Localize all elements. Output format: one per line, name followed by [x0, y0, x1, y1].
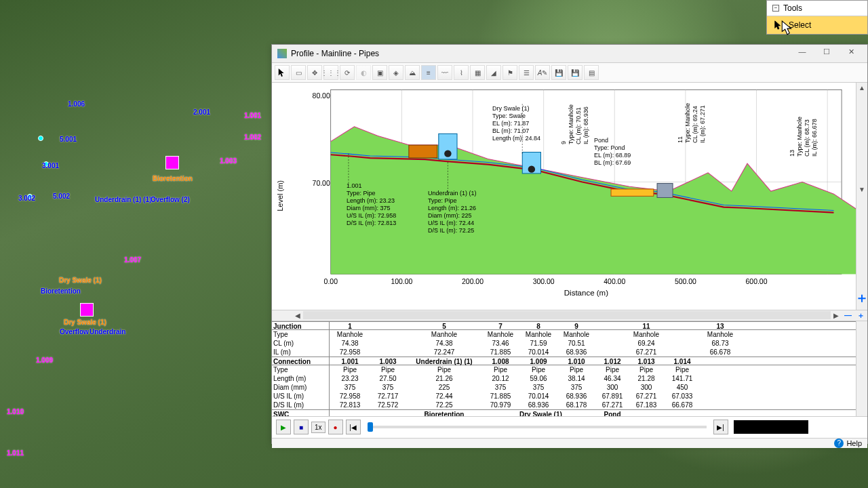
svg-text:600.00: 600.00 — [746, 278, 768, 285]
map-label[interactable]: Underdrain (1) (1) — [95, 196, 151, 203]
hscroll-track[interactable] — [303, 311, 831, 319]
annot-pipe-1001: 1.001Type: PipeLength (m): 23.23Diam (mm… — [347, 182, 396, 227]
map-label[interactable]: Bioretention — [153, 175, 193, 182]
data-table[interactable]: JunctionTypeCL (m)IL (m)ConnectionTypeLe… — [272, 321, 867, 416]
zoom-minus-icon[interactable]: — — [842, 311, 854, 319]
map-label[interactable]: 1.009 — [36, 357, 53, 364]
scroll-right-icon[interactable]: ▶ — [831, 312, 842, 319]
svg-text:300.00: 300.00 — [533, 278, 555, 285]
chart-vscroll[interactable]: ▲ ▼ ＋ — [856, 83, 867, 310]
map-label[interactable]: Overflow (2) — [151, 196, 190, 203]
svg-text:200.00: 200.00 — [462, 278, 484, 285]
annotate-button[interactable]: ◢ — [486, 65, 501, 80]
map-label[interactable]: Dry Swale (1) — [64, 319, 106, 326]
terrain-button[interactable]: ⛰ — [405, 65, 420, 80]
map-node-dryswale[interactable] — [80, 303, 94, 317]
svg-text:100.00: 100.00 — [391, 278, 412, 285]
svg-text:80.00: 80.00 — [313, 92, 330, 100]
map-label[interactable]: Dry Swale (1) — [59, 277, 102, 284]
window-title: Profile - Mainline - Pipes — [291, 49, 794, 58]
chart-ylabel: Level (m) — [272, 180, 288, 211]
tools-panel-header[interactable]: − Tools — [767, 1, 867, 16]
maximize-button[interactable]: ☐ — [818, 47, 835, 60]
map-label[interactable]: 1.007 — [124, 256, 141, 264]
annot-dryswale: Dry Swale (1)Type: SwaleEL (m): 71.87BL … — [492, 105, 540, 142]
map-node-bioretention[interactable] — [165, 156, 179, 169]
speed-label[interactable]: 1x — [311, 422, 326, 433]
help-icon[interactable]: ? — [834, 439, 844, 448]
map-label[interactable]: 1.001 — [244, 112, 261, 119]
profile-window: Profile - Mainline - Pipes — ☐ ✕ ▭ ✥ ⋮⋮⋮… — [271, 44, 868, 444]
profile-toolbar: ▭ ✥ ⋮⋮⋮ ⟳ ◐ ▣ ◈ ⛰ ≡ 〰 ⌇ ▦ ◢ ⚑ ☰ A✎ 💾 💾 ▤ — [272, 63, 867, 83]
annot-underdrain: Underdrain (1) (1)Type: PipeLength (m): … — [428, 190, 477, 235]
properties-button[interactable]: ☰ — [519, 65, 534, 80]
chart-hscroll[interactable]: ◀ ▶ — ＋ — [272, 310, 867, 321]
annot-pond: PondType: PondEL (m): 68.89BL (m): 67.69 — [594, 137, 631, 167]
slider-thumb[interactable] — [368, 422, 373, 432]
window-footer: ? Help — [272, 438, 867, 448]
scroll-down-icon[interactable]: ▼ — [859, 186, 865, 193]
annot-mh9: 9Type: ManholeCL (m): 70.51IL (m): 68.93… — [560, 104, 590, 144]
svg-text:70.00: 70.00 — [313, 180, 330, 187]
table-vscroll[interactable] — [856, 321, 867, 416]
export-button[interactable]: ▤ — [584, 65, 599, 80]
time-display — [734, 420, 808, 434]
map-label[interactable]: Bioretention — [41, 287, 81, 295]
select-tool-button[interactable] — [275, 65, 290, 80]
pan-button[interactable]: ✥ — [307, 65, 322, 80]
svg-text:Distance (m): Distance (m) — [564, 289, 608, 297]
svg-point-11 — [444, 150, 451, 157]
map-label[interactable]: 1.010 — [7, 408, 24, 415]
stop-button[interactable]: ■ — [294, 420, 309, 434]
isometric-button[interactable]: ◈ — [389, 65, 403, 80]
skip-start-button[interactable]: |◀ — [346, 420, 361, 434]
map-label[interactable]: 5.001 — [60, 136, 77, 143]
refresh-button[interactable]: ⟳ — [340, 65, 355, 80]
tools-title: Tools — [783, 3, 802, 13]
zoom-plus-icon[interactable]: ＋ — [854, 287, 868, 308]
text-style-button[interactable]: A✎ — [535, 65, 550, 80]
profile-chart[interactable]: Level (m) — [272, 83, 867, 310]
save-as-button[interactable]: 💾 — [568, 65, 583, 80]
map-label[interactable]: 5.002 — [53, 192, 70, 200]
map-label[interactable]: 3.001 — [42, 162, 59, 169]
help-label[interactable]: Help — [846, 439, 862, 447]
collapse-icon[interactable]: − — [772, 5, 779, 12]
skip-end-button[interactable]: ▶| — [713, 420, 728, 434]
scroll-up-icon[interactable]: ▲ — [859, 84, 865, 92]
map-label[interactable]: 2.001 — [193, 108, 210, 116]
close-button[interactable]: ✕ — [843, 47, 859, 60]
cursor-pointer-icon — [781, 20, 793, 35]
map-label[interactable]: Underdrain — [90, 328, 125, 336]
play-button[interactable]: ▶ — [276, 420, 291, 434]
view3d-button[interactable]: ▣ — [372, 65, 387, 80]
svg-rect-14 — [611, 189, 654, 196]
svg-text:500.00: 500.00 — [675, 278, 696, 285]
map-label[interactable]: 1.003 — [220, 157, 237, 165]
svg-text:0.00: 0.00 — [324, 278, 338, 285]
layer-lines-button[interactable]: ≡ — [421, 65, 436, 80]
annot-mh11: 11Type: ManholeCL (m): 69.24IL (m): 67.2… — [677, 103, 707, 143]
scroll-left-icon[interactable]: ◀ — [292, 312, 303, 319]
layer-egl-button[interactable]: ⌇ — [454, 65, 469, 80]
map-label[interactable]: 1.002 — [244, 134, 261, 141]
time-slider[interactable] — [368, 426, 707, 428]
flag-button[interactable]: ⚑ — [502, 65, 517, 80]
map-label[interactable]: 1.006 — [68, 100, 85, 108]
layer-hgl-button[interactable]: 〰 — [437, 65, 452, 80]
prev-button[interactable]: ◐ — [356, 65, 371, 80]
map-junction[interactable] — [38, 136, 43, 141]
minimize-button[interactable]: — — [794, 47, 810, 60]
annot-mh13: 13Type: ManholeCL (m): 68.73IL (m): 66.6… — [789, 117, 818, 157]
map-label[interactable]: 3.002 — [18, 195, 35, 202]
map-label[interactable]: 1.011 — [7, 449, 24, 457]
table-button[interactable]: ▦ — [470, 65, 485, 80]
record-button[interactable]: ● — [328, 420, 343, 434]
titlebar[interactable]: Profile - Mainline - Pipes — ☐ ✕ — [272, 45, 867, 63]
grid-button[interactable]: ⋮⋮⋮ — [323, 65, 338, 80]
zoom-plus-h-icon[interactable]: ＋ — [854, 310, 867, 321]
map-label[interactable]: Overflow — [60, 328, 89, 336]
zoom-window-button[interactable]: ▭ — [291, 65, 306, 80]
save-button[interactable]: 💾 — [551, 65, 566, 80]
svg-text:400.00: 400.00 — [604, 278, 625, 285]
